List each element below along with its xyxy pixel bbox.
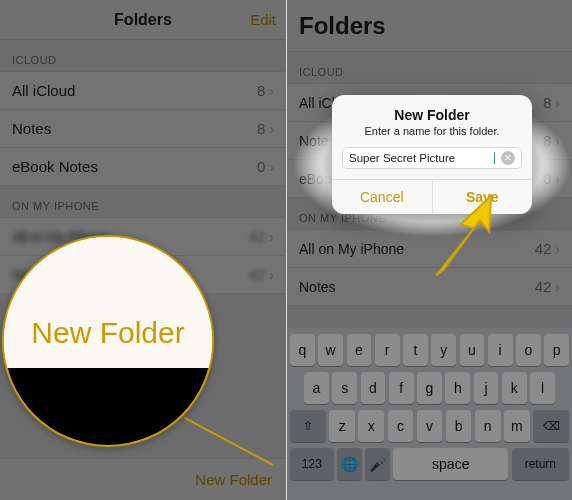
keyboard-row: 123 🌐 🎤 space return [290, 448, 569, 480]
new-folder-dialog: New Folder Enter a name for this folder.… [332, 95, 532, 214]
chevron-right-icon: › [269, 121, 274, 137]
edit-button[interactable]: Edit [250, 0, 276, 39]
chevron-right-icon: › [555, 171, 560, 187]
folder-count: 0› [543, 170, 560, 187]
key-globe[interactable]: 🌐 [337, 448, 362, 480]
folder-count: 8› [543, 94, 560, 111]
key-numbers[interactable]: 123 [290, 448, 334, 480]
key-h[interactable]: h [445, 372, 470, 404]
text-caret [494, 152, 495, 164]
key-mic[interactable]: 🎤 [365, 448, 390, 480]
key-e[interactable]: e [347, 334, 372, 366]
key-backspace[interactable]: ⌫ [533, 410, 569, 442]
key-u[interactable]: u [460, 334, 485, 366]
navigation-bar: Folders [287, 0, 572, 52]
key-d[interactable]: d [361, 372, 386, 404]
key-m[interactable]: m [504, 410, 530, 442]
folder-row[interactable]: Notes 42› [287, 267, 572, 306]
key-a[interactable]: a [304, 372, 329, 404]
key-r[interactable]: r [375, 334, 400, 366]
key-p[interactable]: p [544, 334, 569, 366]
bottom-toolbar: New Folder [0, 458, 286, 500]
key-f[interactable]: f [389, 372, 414, 404]
navigation-bar: Folders Edit [0, 0, 286, 40]
shift-icon: ⇧ [303, 419, 313, 433]
folder-row[interactable]: Notes 8› [0, 109, 286, 148]
folders-list-screen: Folders Edit ICLOUD All iCloud 8› Notes … [0, 0, 286, 500]
key-s[interactable]: s [332, 372, 357, 404]
folder-label: Notes [12, 120, 51, 137]
folder-count: 42› [535, 278, 560, 295]
key-j[interactable]: j [474, 372, 499, 404]
folder-name-value: Super Secret Picture [349, 152, 493, 164]
section-header-icloud: ICLOUD [0, 40, 286, 72]
folder-label: All on My iPhone [299, 241, 404, 257]
folder-count: 42› [535, 240, 560, 257]
folder-label: eBook Notes [12, 158, 98, 175]
chevron-right-icon: › [555, 241, 560, 257]
folder-row[interactable]: eBook Notes 0› [0, 147, 286, 186]
new-folder-dialog-screen: Folders ICLOUD All iCloud 8› Notes 8› eB… [286, 0, 572, 500]
chevron-right-icon: › [555, 95, 560, 111]
dialog-title: New Folder [332, 95, 532, 125]
key-c[interactable]: c [388, 410, 414, 442]
key-w[interactable]: w [318, 334, 343, 366]
key-t[interactable]: t [403, 334, 428, 366]
page-title: Folders [299, 12, 386, 40]
globe-icon: 🌐 [341, 456, 358, 472]
keyboard-row: ⇧ z x c v b n m ⌫ [290, 410, 569, 442]
magnifier-callout: New Folder [2, 235, 214, 447]
folder-count: 42› [249, 228, 274, 245]
cancel-button[interactable]: Cancel [332, 180, 432, 214]
key-n[interactable]: n [475, 410, 501, 442]
key-v[interactable]: v [417, 410, 443, 442]
dialog-subtitle: Enter a name for this folder. [332, 125, 532, 147]
folder-label: All iCloud [12, 82, 75, 99]
key-g[interactable]: g [417, 372, 442, 404]
key-space[interactable]: space [393, 448, 508, 480]
save-button[interactable]: Save [432, 180, 533, 214]
page-title: Folders [114, 11, 172, 29]
magnified-label: New Folder [31, 316, 184, 350]
new-folder-button[interactable]: New Folder [195, 471, 272, 488]
key-q[interactable]: q [290, 334, 315, 366]
key-i[interactable]: i [488, 334, 513, 366]
key-shift[interactable]: ⇧ [290, 410, 326, 442]
folder-label: Notes [299, 133, 336, 149]
key-k[interactable]: k [502, 372, 527, 404]
key-y[interactable]: y [431, 334, 456, 366]
key-return[interactable]: return [512, 448, 569, 480]
keyboard-row: a s d f g h j k l [290, 372, 569, 404]
on-screen-keyboard: q w e r t y u i o p a s d f g h j k l ⇧ … [287, 328, 572, 500]
folder-count: 8› [257, 82, 274, 99]
folder-count: 8› [543, 132, 560, 149]
folder-count: 8› [257, 120, 274, 137]
chevron-right-icon: › [269, 229, 274, 245]
key-x[interactable]: x [358, 410, 384, 442]
folder-row[interactable]: All on My iPhone 42› [287, 229, 572, 268]
section-header-local: ON MY IPHONE [0, 186, 286, 218]
section-header-icloud: ICLOUD [287, 52, 572, 84]
chevron-right-icon: › [269, 267, 274, 283]
backspace-icon: ⌫ [543, 419, 560, 433]
folder-row[interactable]: All iCloud 8› [0, 71, 286, 110]
key-l[interactable]: l [530, 372, 555, 404]
folder-name-field[interactable]: Super Secret Picture ✕ [342, 147, 522, 169]
key-z[interactable]: z [329, 410, 355, 442]
clear-text-icon[interactable]: ✕ [501, 151, 515, 165]
chevron-right-icon: › [269, 83, 274, 99]
chevron-right-icon: › [555, 279, 560, 295]
microphone-icon: 🎤 [369, 456, 386, 472]
folder-count: 42› [249, 266, 274, 283]
key-b[interactable]: b [446, 410, 472, 442]
chevron-right-icon: › [269, 159, 274, 175]
keyboard-row: q w e r t y u i o p [290, 334, 569, 366]
chevron-right-icon: › [555, 133, 560, 149]
key-o[interactable]: o [516, 334, 541, 366]
folder-count: 0› [257, 158, 274, 175]
folder-label: Notes [299, 279, 336, 295]
